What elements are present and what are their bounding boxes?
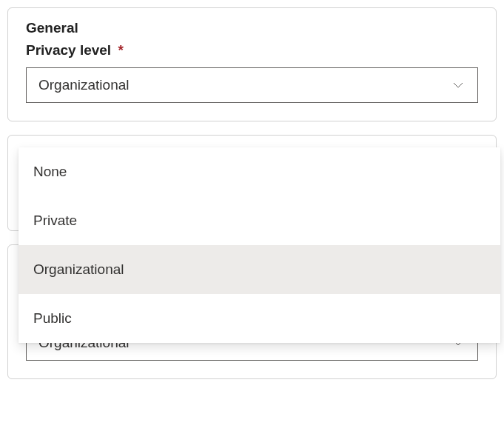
dropdown-option-public[interactable]: Public [19, 294, 500, 343]
card-title: General [26, 20, 478, 36]
dropdown-option-label: Organizational [33, 261, 124, 278]
dropdown-option-label: None [33, 164, 67, 180]
select-value: Organizational [38, 77, 451, 93]
required-asterisk: * [118, 42, 123, 58]
privacy-level-label: Privacy level * [26, 42, 478, 59]
dropdown-option-none[interactable]: None [19, 147, 500, 196]
chevron-down-icon [451, 78, 466, 93]
dropdown-option-organizational[interactable]: Organizational [19, 245, 500, 294]
dropdown-option-label: Public [33, 310, 72, 327]
dropdown-option-label: Private [33, 213, 77, 229]
privacy-level-dropdown-listbox[interactable]: None Private Organizational Public [19, 147, 500, 343]
field-label-text: Privacy level [26, 42, 111, 58]
general-card: General Privacy level * Organizational [7, 7, 497, 121]
dropdown-option-private[interactable]: Private [19, 196, 500, 245]
secondary-card: None Private Organizational Public [7, 135, 497, 231]
privacy-level-select[interactable]: Organizational [26, 67, 478, 103]
